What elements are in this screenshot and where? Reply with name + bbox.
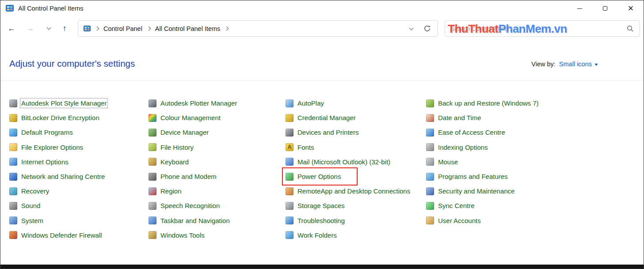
- mouse-icon: [426, 158, 434, 166]
- item-mouse[interactable]: Mouse: [426, 155, 461, 169]
- item-programs-features[interactable]: Programs and Features: [426, 169, 511, 184]
- devices-printers-icon: [286, 129, 293, 136]
- item-label: Troubleshooting: [297, 217, 345, 224]
- title-bar: All Control Panel Items: [0, 0, 644, 16]
- item-sync-centre[interactable]: Sync Centre: [426, 198, 477, 213]
- item-file-history[interactable]: File History: [149, 140, 196, 155]
- item-file-explorer-options[interactable]: File Explorer Options: [9, 140, 86, 155]
- item-autoplay[interactable]: AutoPlay: [286, 96, 327, 110]
- item-date-time[interactable]: Date and Time: [426, 110, 484, 125]
- view-by-label: View by:: [531, 61, 556, 68]
- navigation-toolbar: Control Panel All Control Panel Items Se…: [0, 16, 644, 40]
- indexing-options-icon: [426, 143, 434, 151]
- storage-spaces-icon: [286, 202, 293, 210]
- refresh-icon[interactable]: [423, 25, 431, 33]
- maximize-button[interactable]: [592, 0, 618, 16]
- item-recovery[interactable]: Recovery: [9, 184, 52, 198]
- file-explorer-options-icon: [9, 143, 17, 151]
- view-by-value: Small icons: [559, 61, 592, 68]
- item-speech-recognition[interactable]: Speech Recognition: [149, 198, 222, 213]
- item-sound[interactable]: Sound: [9, 198, 43, 213]
- recovery-icon: [9, 187, 17, 195]
- breadcrumb-separator-icon: [95, 27, 99, 31]
- item-default-programs[interactable]: Default Programs: [9, 125, 76, 140]
- default-programs-icon: [9, 129, 17, 136]
- item-label: Region: [160, 187, 182, 195]
- item-label: Back up and Restore (Windows 7): [438, 99, 539, 107]
- item-windows-tools[interactable]: Windows Tools: [149, 228, 207, 242]
- search-icon[interactable]: [627, 25, 634, 32]
- breadcrumb-separator-icon: [225, 27, 229, 31]
- item-label: Sync Centre: [438, 202, 475, 209]
- window-controls: [567, 0, 644, 16]
- item-ease-of-access[interactable]: Ease of Access Centre: [426, 125, 508, 140]
- item-label: RemoteApp and Desktop Connections: [297, 187, 410, 195]
- item-storage-spaces[interactable]: Storage Spaces: [286, 198, 347, 213]
- item-work-folders[interactable]: Work Folders: [286, 228, 339, 242]
- close-button[interactable]: [618, 0, 644, 16]
- item-remoteapp[interactable]: RemoteApp and Desktop Connections: [286, 184, 413, 198]
- item-power-options[interactable]: Power Options: [286, 169, 343, 184]
- item-keyboard[interactable]: Keyboard: [149, 155, 191, 169]
- item-defender-firewall[interactable]: Windows Defender Firewall: [9, 228, 105, 242]
- breadcrumb-all-control-panel-items[interactable]: All Control Panel Items: [155, 25, 220, 32]
- network-sharing-icon: [9, 173, 17, 181]
- item-user-accounts[interactable]: User Accounts: [426, 213, 484, 228]
- item-region[interactable]: Region: [149, 184, 184, 198]
- item-mail[interactable]: Mail (Microsoft Outlook) (32-bit): [286, 155, 393, 169]
- item-label: Windows Defender Firewall: [21, 231, 102, 239]
- fonts-icon: [286, 143, 293, 151]
- item-label: Mail (Microsoft Outlook) (32-bit): [297, 158, 390, 166]
- item-label: File History: [160, 144, 194, 151]
- item-label: BitLocker Drive Encryption: [21, 114, 99, 121]
- divider: [0, 80, 644, 81]
- item-label: System: [21, 217, 43, 224]
- item-phone-modem[interactable]: Phone and Modem: [149, 169, 219, 184]
- item-internet-options[interactable]: Internet Options: [9, 155, 71, 169]
- item-label: Autodesk Plotter Manager: [160, 99, 237, 107]
- minimize-button[interactable]: [567, 0, 592, 16]
- search-box[interactable]: Search Control Panel ThuThuatPhanMem.vn: [445, 20, 640, 37]
- forward-button[interactable]: [23, 21, 38, 36]
- item-label: Taskbar and Navigation: [160, 217, 230, 224]
- item-label: Mouse: [438, 158, 458, 166]
- address-dropdown-icon[interactable]: [409, 26, 414, 30]
- item-label: AutoPlay: [297, 99, 324, 107]
- item-label: Autodesk Plot Style Manager: [21, 99, 107, 107]
- item-device-manager[interactable]: Device Manager: [149, 125, 211, 140]
- plot-style-manager-icon: [9, 99, 17, 107]
- item-backup-restore[interactable]: Back up and Restore (Windows 7): [426, 96, 541, 110]
- internet-options-icon: [9, 158, 17, 166]
- item-colour-management[interactable]: Colour Management: [149, 110, 223, 125]
- autoplay-icon: [286, 99, 293, 107]
- item-taskbar-navigation[interactable]: Taskbar and Navigation: [149, 213, 232, 228]
- item-bitlocker[interactable]: BitLocker Drive Encryption: [9, 110, 102, 125]
- item-system[interactable]: System: [9, 213, 46, 228]
- item-plotter-manager[interactable]: Autodesk Plotter Manager: [149, 96, 240, 110]
- breadcrumb-control-panel[interactable]: Control Panel: [103, 25, 142, 32]
- item-label: Sound: [21, 202, 40, 209]
- bottom-edge: [0, 265, 644, 269]
- up-button[interactable]: [57, 21, 72, 36]
- item-troubleshooting[interactable]: Troubleshooting: [286, 213, 347, 228]
- item-network-sharing[interactable]: Network and Sharing Centre: [9, 169, 107, 184]
- recent-locations-button[interactable]: [41, 21, 56, 36]
- item-label: Credential Manager: [297, 114, 356, 121]
- chevron-down-icon: [46, 26, 51, 30]
- address-bar[interactable]: Control Panel All Control Panel Items: [78, 20, 438, 37]
- item-plot-style-manager[interactable]: Autodesk Plot Style Manager: [9, 96, 109, 110]
- view-by-select[interactable]: Small icons: [559, 61, 598, 68]
- programs-features-icon: [426, 173, 434, 181]
- user-accounts-icon: [426, 216, 434, 224]
- item-credential-manager[interactable]: Credential Manager: [286, 110, 358, 125]
- bitlocker-icon: [9, 114, 17, 122]
- backup-restore-icon: [426, 99, 434, 107]
- item-devices-printers[interactable]: Devices and Printers: [286, 125, 361, 140]
- item-label: Fonts: [297, 144, 314, 151]
- item-security-maintenance[interactable]: Security and Maintenance: [426, 184, 517, 198]
- watermark-red-text: ThuThuat: [448, 22, 498, 35]
- item-label: Keyboard: [160, 158, 189, 166]
- back-button[interactable]: [4, 21, 19, 36]
- item-fonts[interactable]: Fonts: [286, 140, 317, 155]
- item-indexing-options[interactable]: Indexing Options: [426, 140, 491, 155]
